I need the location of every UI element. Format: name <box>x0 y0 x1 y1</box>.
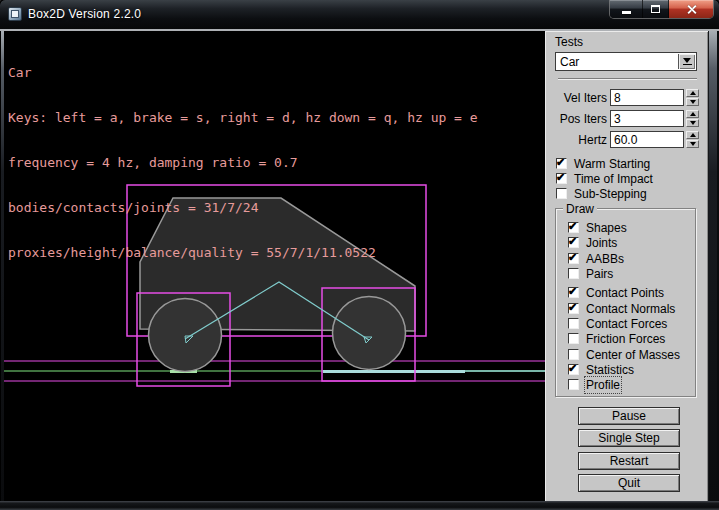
panel-separator <box>558 78 697 80</box>
app-window: Box2D Version 2.2.0 <box>0 0 719 510</box>
physics-canvas[interactable]: Car Keys: left = a, brake = s, right = d… <box>4 31 545 501</box>
car-wheel-left[interactable] <box>149 299 222 372</box>
hertz-label: Hertz <box>545 133 607 147</box>
checkbox-box[interactable] <box>568 268 579 279</box>
app-icon <box>8 7 22 21</box>
window-border-bottom <box>0 501 719 510</box>
tests-dropdown[interactable]: Car <box>555 52 697 71</box>
vel-iters-field[interactable] <box>610 89 684 106</box>
pos-iters-spinner <box>686 110 699 127</box>
checkbox-label: Time of Impact <box>574 172 653 186</box>
checkbox-label: Contact Points <box>586 286 664 300</box>
maximize-icon <box>651 5 660 13</box>
arrow-down-icon <box>690 142 696 146</box>
minimize-icon <box>622 11 631 14</box>
stat-line: Car <box>8 65 478 80</box>
pause-button[interactable]: Pause <box>578 407 680 425</box>
checkbox-label: Shapes <box>586 221 627 235</box>
checkbox-box[interactable] <box>568 253 579 264</box>
checkbox-label: Profile <box>586 378 620 392</box>
chevron-down-icon <box>683 58 691 63</box>
arrow-up-icon <box>690 133 696 137</box>
tests-label: Tests <box>555 35 583 49</box>
maximize-button[interactable] <box>643 0 669 18</box>
arrow-up-icon <box>690 112 696 116</box>
pos-iters-down-button[interactable] <box>686 119 699 127</box>
tests-dropdown-value: Car <box>560 55 579 69</box>
vel-iters-down-button[interactable] <box>686 98 699 106</box>
caption-buttons <box>609 0 714 19</box>
pos-iters-row: Pos Iters <box>545 110 708 127</box>
window-border-right <box>708 31 719 501</box>
close-button[interactable] <box>669 0 713 18</box>
checkbox-label: Center of Masses <box>586 348 680 362</box>
checkbox-box[interactable] <box>568 333 579 344</box>
window-title: Box2D Version 2.2.0 <box>28 7 141 21</box>
checkbox-label: Statistics <box>586 363 634 377</box>
hertz-up-button[interactable] <box>686 131 699 139</box>
plank-segment <box>323 370 465 373</box>
vel-iters-up-button[interactable] <box>686 89 699 97</box>
checkbox-label: Joints <box>586 236 617 250</box>
tests-dropdown-button[interactable] <box>678 54 695 69</box>
draw-groupbox: Shapes Joints AABBs Pairs Contact Points… <box>555 208 696 397</box>
draw-group-label: Draw <box>563 202 597 216</box>
checkbox-box[interactable] <box>556 158 567 169</box>
checkbox-label: Warm Starting <box>574 157 650 171</box>
checkbox-box[interactable] <box>568 287 579 298</box>
checkbox-box[interactable] <box>568 318 579 329</box>
pos-iters-label: Pos Iters <box>545 112 607 126</box>
pos-iters-up-button[interactable] <box>686 110 699 118</box>
checkbox-label: AABBs <box>586 252 624 266</box>
checkbox-label: Sub-Stepping <box>574 187 647 201</box>
checkbox-box[interactable] <box>568 222 579 233</box>
checkbox-box[interactable] <box>568 364 579 375</box>
checkbox-box[interactable] <box>568 303 579 314</box>
single-step-button[interactable]: Single Step <box>578 429 680 447</box>
control-panel: Tests Car Vel Iters Pos Iters <box>545 31 708 501</box>
checkbox-label: Friction Forces <box>586 332 665 346</box>
hertz-row: Hertz <box>545 131 708 148</box>
arrow-down-icon <box>690 100 696 104</box>
checkbox-label: Contact Forces <box>586 317 667 331</box>
arrow-down-icon <box>690 121 696 125</box>
checkbox-label: Contact Normals <box>586 302 675 316</box>
titlebar[interactable]: Box2D Version 2.2.0 <box>0 0 719 29</box>
car-wheel-right[interactable] <box>333 297 406 370</box>
checkbox-box[interactable] <box>568 349 579 360</box>
stat-line: frequency = 4 hz, damping ratio = 0.7 <box>8 155 478 170</box>
stat-line: bodies/contacts/joints = 31/7/24 <box>8 200 478 215</box>
arrow-up-icon <box>690 91 696 95</box>
quit-button[interactable]: Quit <box>578 474 680 492</box>
vel-iters-spinner <box>686 89 699 106</box>
checkbox-box[interactable] <box>568 237 579 248</box>
hertz-spinner <box>686 131 699 148</box>
vel-iters-label: Vel Iters <box>545 91 607 105</box>
checkbox-box[interactable] <box>556 173 567 184</box>
restart-button[interactable]: Restart <box>578 452 680 470</box>
hertz-field[interactable] <box>610 131 684 148</box>
checkbox-label: Pairs <box>586 267 613 281</box>
pos-iters-field[interactable] <box>610 110 684 127</box>
vel-iters-row: Vel Iters <box>545 89 708 106</box>
checkbox-box[interactable] <box>568 379 579 390</box>
minimize-button[interactable] <box>610 0 643 18</box>
checkbox-box[interactable] <box>556 188 567 199</box>
stat-line: Keys: left = a, brake = s, right = d, hz… <box>8 110 478 125</box>
hertz-down-button[interactable] <box>686 140 699 148</box>
debug-statistics: Car Keys: left = a, brake = s, right = d… <box>8 35 478 290</box>
chevron-underline <box>683 64 692 65</box>
stat-line: proxies/height/balance/quality = 55/7/1/… <box>8 245 478 260</box>
close-icon <box>686 4 697 15</box>
